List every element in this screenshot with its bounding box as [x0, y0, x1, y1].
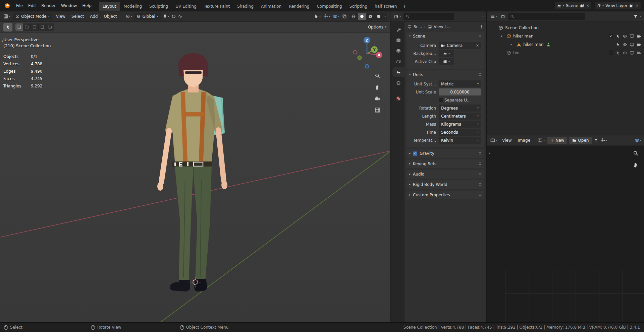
overlays-dropdown[interactable]: ▾ [635, 138, 641, 143]
gravity-checkbox[interactable]: ✓ [413, 151, 417, 156]
active-clip-browse[interactable]: ▾ [439, 58, 454, 65]
drag-grip-icon[interactable] [478, 173, 482, 176]
overlays-dropdown[interactable]: ▾ [333, 14, 339, 19]
editor-type-button[interactable]: ▾ [490, 137, 498, 143]
editor-type-button[interactable]: ▾ [3, 13, 11, 19]
viewport-canvas[interactable]: › User Perspective (210) Scene Collectio… [0, 33, 390, 322]
orientation-dropdown[interactable]: Global ▾ [134, 13, 160, 20]
mass-select[interactable]: Kilograms ▾ [439, 121, 481, 128]
tab-compositing[interactable]: Compositing [313, 2, 345, 11]
tab-half-screen[interactable]: half screen [371, 2, 400, 11]
mode-dropdown[interactable]: Object Mode ▾ [13, 13, 52, 20]
shading-dropdown[interactable]: ▾ [383, 15, 387, 18]
tab-modeling[interactable]: Modeling [120, 2, 146, 11]
xray-toggle[interactable] [342, 14, 347, 19]
viewport-disable-icon[interactable] [630, 42, 634, 47]
navigation-gizmo[interactable]: Z Y X [352, 36, 382, 69]
length-select[interactable]: Centimeters ▾ [439, 113, 481, 120]
selectable-pointer-icon[interactable] [615, 51, 620, 55]
select-mode-intersect-button[interactable] [46, 23, 54, 31]
select-mode-invert-button[interactable] [39, 23, 46, 31]
menu-file[interactable]: File [13, 2, 25, 9]
unlink-scene-button[interactable]: × [586, 3, 589, 8]
sidebar-expand-arrow[interactable]: ‹ [489, 150, 491, 156]
image-canvas[interactable]: ‹ [487, 146, 644, 322]
pan-hand-icon[interactable] [633, 162, 639, 168]
filter-funnel-icon[interactable] [633, 14, 638, 19]
render-disable-camera-icon[interactable] [637, 42, 641, 47]
tab-animation[interactable]: Animation [257, 2, 285, 11]
pivot-point-dropdown[interactable]: ▾ [125, 14, 132, 19]
hiker-character[interactable] [157, 53, 227, 291]
menu-view[interactable]: View [54, 13, 67, 20]
outliner-search-input[interactable] [508, 13, 585, 20]
tab-rendering[interactable]: Rendering [285, 2, 313, 11]
camera-view-icon[interactable] [375, 96, 380, 102]
time-select[interactable]: Seconds ▾ [439, 129, 481, 136]
add-workspace-button[interactable]: + [400, 2, 409, 11]
select-mode-subtract-button[interactable] [31, 23, 38, 31]
new-view-layer-icon[interactable] [629, 4, 633, 8]
pin-icon[interactable] [594, 138, 598, 143]
menu-add[interactable]: Add [88, 13, 100, 20]
editor-type-button[interactable]: ▾ [490, 13, 498, 19]
tab-render[interactable] [392, 35, 405, 45]
breadcrumb-scene[interactable]: Sc... [414, 24, 422, 29]
exclude-checkbox[interactable]: ✓ [609, 34, 613, 38]
clear-camera-button[interactable]: × [476, 43, 479, 48]
ortho-toggle-icon[interactable] [375, 107, 380, 113]
menu-edit[interactable]: Edit [25, 2, 39, 9]
gizmo-neg-y[interactable] [358, 56, 362, 60]
snap-toggle[interactable]: ▾ [163, 14, 169, 19]
drag-grip-icon[interactable] [478, 194, 482, 196]
open-image-button[interactable]: Open [569, 137, 592, 144]
gizmo-neg-z[interactable] [365, 65, 369, 68]
temperature-select[interactable]: Kelvin ▾ [439, 137, 481, 144]
outliner-row-bin-collection[interactable]: bin [487, 49, 644, 57]
gizmo-neg-x[interactable] [354, 51, 357, 54]
properties-search-input[interactable] [404, 13, 454, 20]
viewport-disable-icon[interactable] [630, 34, 634, 39]
display-mode-dropdown[interactable] [500, 13, 506, 19]
panel-custom-properties[interactable]: ▸ Custom Properties [407, 191, 484, 199]
panel-rigid-body-world[interactable]: ▸ Rigid Body World [407, 180, 484, 189]
tab-shading[interactable]: Shading [233, 2, 257, 11]
select-mode-extend-button[interactable] [23, 23, 31, 31]
proportional-falloff-dropdown[interactable] [178, 14, 183, 19]
drag-grip-icon[interactable] [478, 35, 482, 38]
tab-texture-paint[interactable]: Texture Paint [200, 2, 233, 11]
menu-select[interactable]: Select [69, 13, 86, 20]
hide-eye-icon[interactable] [623, 34, 627, 39]
tweak-tool-button[interactable] [3, 23, 12, 31]
menu-help[interactable]: Help [79, 2, 94, 9]
render-disable-camera-icon[interactable] [637, 34, 641, 39]
tab-uv-editing[interactable]: UV Editing [172, 2, 200, 11]
shading-material-button[interactable] [366, 13, 375, 20]
unit-system-select[interactable]: Metric ▾ [439, 80, 481, 87]
menu-object[interactable]: Object [102, 13, 119, 20]
new-image-button[interactable]: + New [547, 137, 567, 144]
properties-filter-dropdown[interactable]: ▾ [482, 15, 484, 18]
tab-tool[interactable] [392, 24, 405, 34]
menu-image[interactable]: Image [516, 137, 533, 144]
shading-rendered-button[interactable] [375, 13, 383, 20]
options-dropdown[interactable]: Options ▾ [368, 25, 386, 29]
rotation-select[interactable]: Degrees ▾ [439, 105, 481, 112]
outliner-row-hiker-man-object[interactable]: ▸ hiker man [487, 40, 644, 49]
selectable-pointer-icon[interactable] [615, 42, 620, 47]
gizmos-dropdown[interactable]: ▾ [323, 14, 330, 19]
filter-dropdown[interactable]: ▾ [640, 15, 641, 18]
blender-logo-icon[interactable] [3, 3, 11, 8]
render-disable-camera-icon[interactable] [637, 51, 641, 55]
tab-output[interactable] [392, 46, 405, 56]
outliner-row-scene-collection[interactable]: Scene Collection [487, 23, 644, 32]
drag-grip-icon[interactable] [478, 183, 482, 186]
tab-scene[interactable] [392, 67, 405, 77]
proportional-edit-toggle[interactable] [171, 14, 176, 19]
select-mode-new-button[interactable] [15, 23, 23, 31]
panel-audio[interactable]: ▸ Audio [407, 170, 484, 179]
disclosure-triangle-icon[interactable]: ▾ [496, 35, 506, 38]
viewport-disable-icon[interactable] [630, 51, 634, 55]
separate-units-checkbox[interactable] [439, 98, 443, 102]
menu-view[interactable]: View [500, 137, 514, 144]
